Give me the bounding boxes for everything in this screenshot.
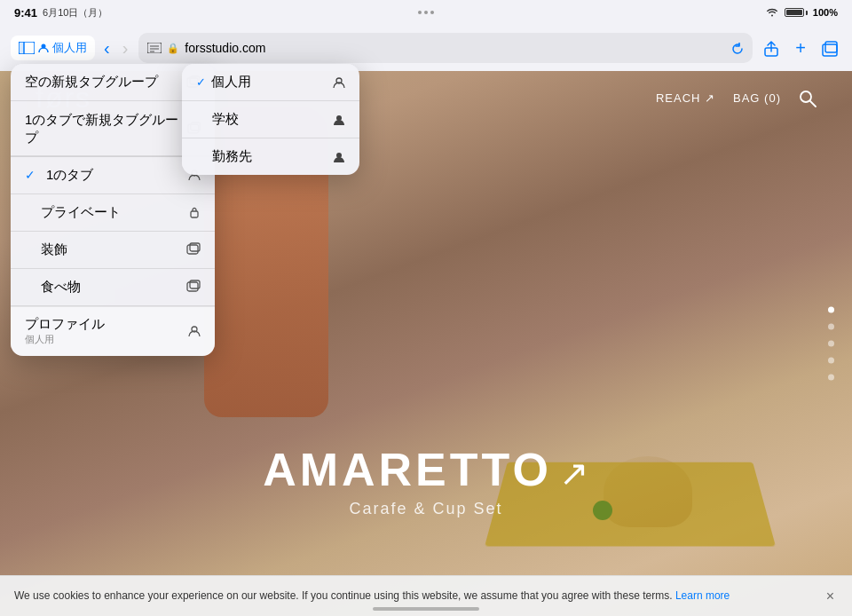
cookie-close-button[interactable]: × bbox=[823, 585, 838, 608]
reader-icon bbox=[147, 43, 162, 53]
check-icon: ✓ bbox=[25, 168, 36, 182]
tabs-button[interactable] bbox=[818, 36, 841, 61]
nav-reach[interactable]: REACH ↗ bbox=[656, 91, 715, 105]
battery-label: 100% bbox=[813, 7, 838, 18]
learn-more-link[interactable]: Learn more bbox=[675, 589, 730, 602]
search-icon bbox=[799, 90, 816, 107]
dot-nav-5[interactable] bbox=[828, 375, 834, 381]
submenu-item-personal[interactable]: ✓ 個人用 bbox=[182, 64, 359, 101]
svg-line-12 bbox=[810, 101, 816, 107]
svg-rect-21 bbox=[187, 282, 198, 291]
svg-rect-1 bbox=[19, 42, 24, 54]
profile-sublabel: 個人用 bbox=[25, 333, 105, 346]
svg-rect-10 bbox=[825, 42, 837, 52]
work-label: 勤務先 bbox=[212, 148, 252, 165]
dot-nav-2[interactable] bbox=[828, 324, 834, 330]
1tab-group-label: 1のタブで新規タブグループ bbox=[25, 111, 187, 146]
product-text: AMARETTO ↗ Carafe & Cup Set bbox=[0, 443, 852, 518]
submenu-item-school[interactable]: 学校 bbox=[182, 101, 359, 138]
svg-point-11 bbox=[801, 91, 811, 102]
status-left: 9:41 6月10日（月） bbox=[14, 6, 107, 20]
status-date: 6月10日（月） bbox=[43, 6, 107, 20]
share-button[interactable] bbox=[760, 36, 783, 61]
home-indicator bbox=[373, 607, 479, 611]
tabs-icon bbox=[822, 41, 838, 57]
address-bar[interactable]: 🔒 forsstudio.com bbox=[138, 33, 753, 63]
personal-check: ✓ bbox=[196, 75, 206, 89]
personal-label: 個人用 bbox=[211, 74, 251, 91]
private-label: プライベート bbox=[41, 204, 121, 221]
lock-icon: 🔒 bbox=[167, 43, 179, 54]
toolbar-right: + bbox=[760, 35, 841, 62]
person-icon bbox=[38, 43, 49, 53]
status-bar: 9:41 6月10日（月） 100% bbox=[0, 0, 852, 25]
dropdown-item-profile[interactable]: プロファイル 個人用 bbox=[11, 306, 215, 356]
share-icon bbox=[763, 41, 779, 57]
decor-icon bbox=[186, 242, 201, 257]
address-text: forsstudio.com bbox=[185, 41, 265, 55]
dropdown-item-food[interactable]: 食べ物 bbox=[11, 269, 215, 306]
status-right: 100% bbox=[765, 7, 838, 18]
reload-button[interactable] bbox=[731, 41, 744, 54]
decor-label: 装飾 bbox=[41, 241, 67, 258]
tab-label: 個人用 bbox=[52, 40, 87, 56]
new-tab-button[interactable]: + bbox=[792, 35, 809, 62]
dot-nav-1[interactable] bbox=[828, 307, 834, 313]
sidebar-icon bbox=[19, 42, 35, 54]
submenu-item-work[interactable]: 勤務先 bbox=[182, 138, 359, 175]
site-nav: REACH ↗ BAG (0) bbox=[656, 88, 816, 108]
work-icon bbox=[333, 151, 345, 163]
svg-rect-18 bbox=[191, 211, 198, 217]
food-label: 食べ物 bbox=[41, 279, 81, 296]
school-label: 学校 bbox=[212, 111, 239, 128]
dot-navigation bbox=[828, 307, 834, 381]
dot-nav-3[interactable] bbox=[828, 341, 834, 347]
cookie-text: We use cookies to enhance your experienc… bbox=[14, 588, 812, 604]
nav-search-button[interactable] bbox=[799, 88, 816, 108]
new-tab-group-label: 空の新規タブグループ bbox=[25, 74, 158, 91]
toolbar-left: 個人用 ‹ › bbox=[11, 35, 131, 62]
back-button[interactable]: ‹ bbox=[100, 35, 114, 62]
1tab-label: 1のタブ bbox=[46, 167, 93, 184]
school-icon bbox=[333, 114, 345, 126]
tab-sidebar-button[interactable]: 個人用 bbox=[11, 36, 95, 60]
profile-person-icon bbox=[188, 325, 201, 337]
svg-rect-19 bbox=[187, 245, 198, 254]
nav-bag[interactable]: BAG (0) bbox=[733, 91, 781, 105]
food-icon bbox=[186, 280, 201, 294]
product-subtitle: Carafe & Cup Set bbox=[0, 500, 852, 518]
dot-nav-4[interactable] bbox=[828, 358, 834, 364]
forward-button[interactable]: › bbox=[119, 35, 132, 62]
dropdown-item-private[interactable]: プライベート bbox=[11, 194, 215, 232]
reload-icon bbox=[731, 43, 744, 55]
profile-submenu: ✓ 個人用 学校 勤務先 bbox=[182, 64, 359, 175]
product-arrow: ↗ bbox=[559, 453, 589, 494]
profile-label: プロファイル bbox=[25, 316, 105, 333]
product-name: AMARETTO bbox=[263, 443, 552, 496]
personal-icon bbox=[333, 76, 345, 89]
dropdown-item-decor[interactable]: 装飾 bbox=[11, 232, 215, 269]
wifi-icon bbox=[765, 7, 779, 18]
status-time: 9:41 bbox=[14, 6, 37, 20]
lock-tab-icon bbox=[188, 206, 201, 218]
battery-icon bbox=[785, 8, 808, 17]
